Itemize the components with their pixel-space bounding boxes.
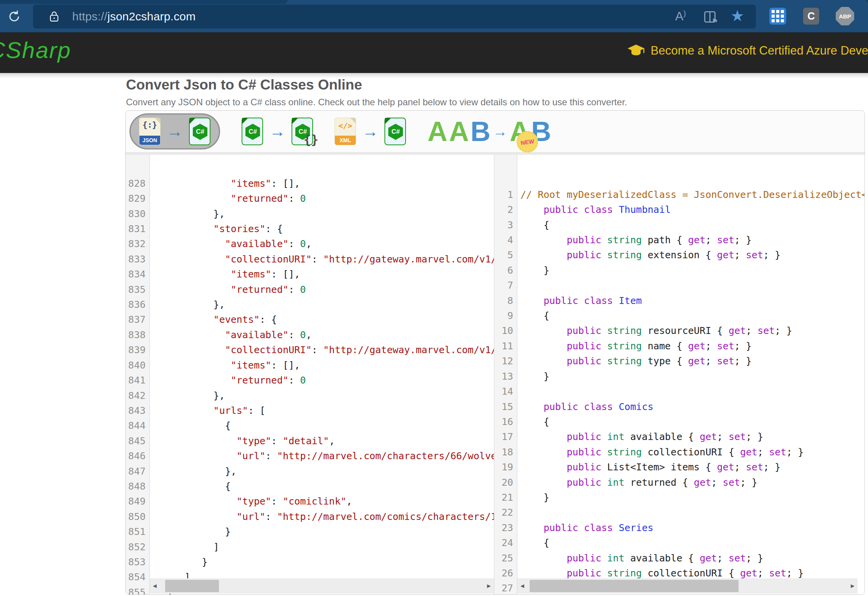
- code-line: "events": {: [150, 312, 494, 327]
- code-line: }: [150, 524, 494, 539]
- code-line: public string resourceURI { get; set; }: [520, 323, 865, 338]
- graduation-cap-icon: [627, 44, 645, 58]
- line-number: 22: [494, 505, 517, 520]
- code-line: public int available { get; set; }: [520, 551, 865, 566]
- line-number: 20: [494, 475, 517, 490]
- scrollbar-thumb[interactable]: [165, 580, 219, 592]
- url-text[interactable]: https://json2csharp.com: [72, 10, 195, 23]
- site-header: CSharp Become a Microsoft Certified Azur…: [0, 32, 868, 73]
- adblock-plus-icon[interactable]: ABP: [836, 7, 854, 25]
- line-number: 831: [126, 221, 149, 236]
- line-number: 25: [494, 551, 517, 566]
- extensions-grid-icon[interactable]: [769, 8, 786, 25]
- line-number: 16: [494, 414, 517, 429]
- code-line: "url": "http://marvel.com/comics/charact…: [150, 509, 494, 524]
- conversion-toolbar: {:} JSON → C# C# → C# {} <: [126, 111, 865, 153]
- code-line: ]: [150, 540, 494, 554]
- arrow-icon: →: [362, 122, 378, 141]
- line-number: 848: [126, 479, 149, 494]
- csharp-editor-gutter: 1234567891011121314151617181920212223242…: [494, 153, 517, 594]
- code-line: [520, 505, 865, 520]
- c-extension-icon[interactable]: C: [803, 8, 819, 25]
- line-number: 23: [494, 520, 517, 535]
- mode-json-to-csharp-button[interactable]: {:} JSON → C#: [129, 113, 220, 149]
- code-line: {: [150, 418, 494, 433]
- line-number: 834: [126, 267, 149, 282]
- line-number: 836: [126, 297, 149, 312]
- code-line: "stories": {: [150, 221, 494, 236]
- azure-promo-link[interactable]: Become a Microsoft Certified Azure Devel…: [627, 44, 868, 58]
- code-line: public class Thumbnail: [520, 202, 865, 217]
- code-line: {: [520, 414, 865, 429]
- xml-file-icon: </> XML: [335, 118, 356, 145]
- line-number: 842: [126, 388, 149, 403]
- code-line: }: [520, 490, 865, 505]
- mode-csharp-to-code-button[interactable]: C# → C# {}: [242, 118, 313, 145]
- line-number: 843: [126, 403, 149, 418]
- line-number: 12: [494, 354, 517, 369]
- line-number: 10: [494, 323, 517, 338]
- code-line: public string extension { get; set; }: [520, 247, 865, 262]
- line-number: 7: [494, 278, 517, 293]
- line-number: 846: [126, 448, 149, 463]
- code-line: "items": [],: [150, 358, 494, 373]
- code-line: {: [520, 535, 865, 550]
- code-line: "collectionURI": "http://gateway.marvel.…: [150, 252, 494, 267]
- line-number: 830: [126, 206, 149, 221]
- line-number: 837: [126, 312, 149, 327]
- line-number: 851: [126, 524, 149, 539]
- code-line: "returned": 0: [150, 282, 494, 297]
- csharp-editor[interactable]: // Root myDeserializedClass = JsonConver…: [517, 153, 865, 594]
- code-line: "returned": 0: [150, 373, 494, 388]
- code-line: "type": "detail",: [150, 433, 494, 448]
- promo-text: Become a Microsoft Certified Azure Devel…: [651, 44, 868, 58]
- line-number: 17: [494, 429, 517, 444]
- mode-xml-to-csharp-button[interactable]: </> XML → C#: [335, 118, 406, 145]
- code-line: "returned": 0: [150, 191, 494, 206]
- line-number: 8: [494, 293, 517, 308]
- scroll-right-icon[interactable]: ►: [848, 583, 858, 589]
- line-number: 18: [494, 445, 517, 460]
- json-editor-gutter: 8288298308318328338348358368378388398408…: [126, 153, 150, 594]
- csharp-file-icon: C#: [242, 118, 263, 145]
- line-number: 26: [494, 566, 517, 581]
- converter-card: {:} JSON → C# C# → C# {} <: [125, 110, 865, 595]
- line-number: 853: [126, 554, 149, 569]
- line-number: 3: [494, 217, 517, 232]
- scroll-left-icon[interactable]: ◄: [150, 583, 160, 589]
- scroll-right-icon[interactable]: ►: [484, 583, 494, 589]
- editor-split: 8288298308318328338348358368378388398408…: [126, 153, 865, 594]
- line-number: 4: [494, 232, 517, 247]
- line-number: 829: [126, 191, 149, 206]
- page-subtitle: Convert any JSON object to a C# class on…: [126, 97, 627, 108]
- line-number: 838: [126, 327, 149, 342]
- line-number: 850: [126, 509, 149, 524]
- code-line: "available": 0,: [150, 236, 494, 251]
- reload-icon[interactable]: [7, 9, 22, 24]
- lock-icon[interactable]: [49, 10, 59, 23]
- immersive-reader-icon[interactable]: [703, 9, 718, 25]
- line-number: 835: [126, 282, 149, 297]
- line-number: 841: [126, 373, 149, 388]
- code-line: public string name { get; set; }: [520, 339, 865, 354]
- active-tab[interactable]: [286, 0, 868, 4]
- json-editor-hscrollbar[interactable]: ◄ ►: [150, 578, 494, 594]
- scrollbar-thumb[interactable]: [530, 580, 739, 592]
- code-line: public class Item: [520, 293, 865, 308]
- read-aloud-icon[interactable]: A): [675, 9, 686, 23]
- line-number: 11: [494, 339, 517, 354]
- site-logo[interactable]: CSharp: [0, 37, 71, 63]
- line-number: 855: [126, 585, 149, 594]
- line-number: 854: [126, 569, 149, 584]
- code-line: {: [520, 308, 865, 323]
- mode-aab-to-ab-button[interactable]: AAB→AB NEW: [427, 116, 551, 147]
- address-bar[interactable]: https://json2csharp.com A) ★: [33, 5, 756, 28]
- line-number: 847: [126, 464, 149, 479]
- json-editor[interactable]: "items": [], "returned": 0 }, "stories":…: [150, 153, 494, 594]
- code-line: "available": 0,: [150, 327, 494, 342]
- scroll-left-icon[interactable]: ◄: [517, 583, 527, 589]
- csharp-editor-hscrollbar[interactable]: ◄ ►: [517, 578, 858, 594]
- favorite-star-icon[interactable]: ★: [731, 7, 744, 25]
- code-line: public string path { get; set; }: [520, 232, 865, 247]
- line-number: 13: [494, 369, 517, 384]
